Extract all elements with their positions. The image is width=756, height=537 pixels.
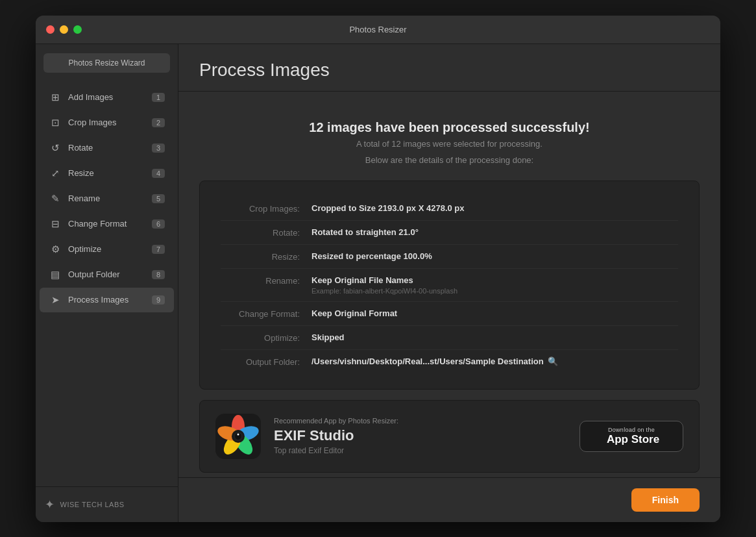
- rename-badge: 5: [152, 194, 165, 203]
- detail-label: Output Folder:: [221, 356, 311, 367]
- main-window: Photos Resizer Photos Resize Wizard ⊞Add…: [36, 16, 720, 522]
- rename-label: Rename: [68, 194, 152, 203]
- close-button[interactable]: [46, 25, 55, 34]
- detail-value: /Users/vishnu/Desktop/Real...st/Users/Sa…: [311, 356, 678, 366]
- add-images-icon: ⊞: [49, 91, 62, 104]
- rotate-icon: ↺: [49, 142, 62, 155]
- svg-point-9: [238, 433, 239, 435]
- traffic-lights: [46, 25, 82, 34]
- detail-row: Output Folder:/Users/vishnu/Desktop/Real…: [221, 350, 678, 373]
- content-footer: Finish: [178, 477, 720, 522]
- process-images-label: Process Images: [68, 295, 152, 305]
- sidebar-item-crop-images[interactable]: ⊡Crop Images2: [40, 110, 174, 135]
- process-images-icon: ➤: [49, 293, 62, 306]
- nav-items: ⊞Add Images1⊡Crop Images2↺Rotate3⤢Resize…: [36, 82, 178, 486]
- detail-row: Change Format:Keep Original Format: [221, 302, 678, 326]
- crop-images-badge: 2: [152, 118, 165, 127]
- detail-value: Resized to percentage 100.0%: [311, 251, 678, 261]
- detail-value: Rotated to straighten 21.0°: [311, 227, 678, 237]
- output-folder-label: Output Folder: [68, 269, 152, 279]
- app-store-small-text: Download on the: [608, 427, 655, 433]
- change-format-badge: 6: [152, 219, 165, 229]
- promo-tagline: Top rated Exif Editor: [274, 446, 567, 455]
- success-header: 12 images have been processed successful…: [199, 110, 700, 170]
- sidebar-item-optimize[interactable]: ⚙Optimize7: [40, 237, 174, 262]
- crop-images-icon: ⊡: [49, 116, 62, 129]
- crop-images-label: Crop Images: [68, 118, 152, 127]
- content-header: Process Images: [178, 44, 720, 92]
- promo-name: EXIF Studio: [274, 427, 567, 444]
- sidebar-item-rename[interactable]: ✎Rename5: [40, 186, 174, 211]
- window-title: Photos Resizer: [349, 25, 406, 34]
- main-content: Photos Resize Wizard ⊞Add Images1⊡Crop I…: [36, 44, 720, 522]
- promo-recommended: Recommended App by Photos Resizer:: [274, 417, 567, 425]
- resize-label: Resize: [68, 168, 152, 178]
- detail-value: Cropped to Size 2193.0 px X 4278.0 px: [311, 203, 678, 213]
- sidebar: Photos Resize Wizard ⊞Add Images1⊡Crop I…: [36, 44, 178, 522]
- sidebar-item-output-folder[interactable]: ▤Output Folder8: [40, 262, 174, 287]
- brand-icon: ✦: [45, 497, 55, 512]
- app-store-large-text: App Store: [604, 433, 659, 446]
- sidebar-item-process-images[interactable]: ➤Process Images9: [40, 288, 174, 312]
- rotate-badge: 3: [152, 144, 165, 153]
- finish-button[interactable]: Finish: [631, 488, 700, 512]
- optimize-label: Optimize: [68, 244, 152, 254]
- detail-value: Skipped: [311, 332, 678, 342]
- sidebar-footer: ✦ WISE TECH LABS: [36, 486, 178, 522]
- minimize-button[interactable]: [60, 25, 68, 34]
- change-format-icon: ⊟: [49, 218, 62, 231]
- rename-icon: ✎: [49, 192, 62, 205]
- wizard-button[interactable]: Photos Resize Wizard: [43, 53, 170, 73]
- output-folder-icon: ▤: [49, 268, 62, 281]
- detail-label: Change Format:: [221, 308, 311, 319]
- resize-icon: ⤢: [49, 167, 62, 180]
- detail-row: Resize:Resized to percentage 100.0%: [221, 245, 678, 269]
- promo-info: Recommended App by Photos Resizer: EXIF …: [274, 417, 567, 455]
- change-format-label: Change Format: [68, 219, 152, 229]
- processing-details-label: Below are the details of the processing …: [199, 155, 700, 165]
- resize-badge: 4: [152, 169, 165, 178]
- add-images-label: Add Images: [68, 92, 152, 102]
- success-title: 12 images have been processed successful…: [199, 120, 700, 135]
- add-images-badge: 1: [152, 93, 165, 102]
- detail-row: Rename:Keep Original File NamesExample: …: [221, 269, 678, 302]
- sidebar-item-add-images[interactable]: ⊞Add Images1: [40, 85, 174, 110]
- detail-label: Crop Images:: [221, 203, 311, 214]
- output-folder-badge: 8: [152, 270, 165, 279]
- detail-row: Crop Images:Cropped to Size 2193.0 px X …: [221, 197, 678, 221]
- sidebar-item-change-format[interactable]: ⊟Change Format6: [40, 212, 174, 236]
- detail-label: Optimize:: [221, 332, 311, 343]
- content-body: 12 images have been processed successful…: [178, 92, 720, 477]
- detail-value: Keep Original File NamesExample: fabian-…: [311, 275, 678, 295]
- content-area: Process Images 12 images have been proce…: [178, 44, 720, 522]
- app-store-button[interactable]: Download on the App Store: [579, 421, 683, 452]
- optimize-badge: 7: [152, 245, 165, 254]
- optimize-icon: ⚙: [49, 243, 62, 256]
- sidebar-item-rotate[interactable]: ↺Rotate3: [40, 136, 174, 160]
- sidebar-item-resize[interactable]: ⤢Resize4: [40, 161, 174, 186]
- process-images-badge: 9: [152, 295, 165, 305]
- titlebar: Photos Resizer: [36, 16, 720, 44]
- brand-label: WISE TECH LABS: [60, 501, 125, 508]
- search-icon[interactable]: 🔍: [548, 356, 558, 366]
- detail-label: Resize:: [221, 251, 311, 262]
- maximize-button[interactable]: [73, 25, 82, 34]
- detail-row: Rotate:Rotated to straighten 21.0°: [221, 221, 678, 245]
- detail-label: Rotate:: [221, 227, 311, 238]
- promo-card: Recommended App by Photos Resizer: EXIF …: [199, 400, 700, 473]
- exif-studio-logo: [215, 414, 261, 459]
- detail-label: Rename:: [221, 275, 311, 286]
- page-title: Process Images: [199, 60, 700, 81]
- details-card: Crop Images:Cropped to Size 2193.0 px X …: [199, 181, 700, 390]
- detail-row: Optimize:Skipped: [221, 326, 678, 350]
- success-subtitle: A total of 12 images were selected for p…: [199, 139, 700, 149]
- detail-value: Keep Original Format: [311, 308, 678, 318]
- rotate-label: Rotate: [68, 143, 152, 153]
